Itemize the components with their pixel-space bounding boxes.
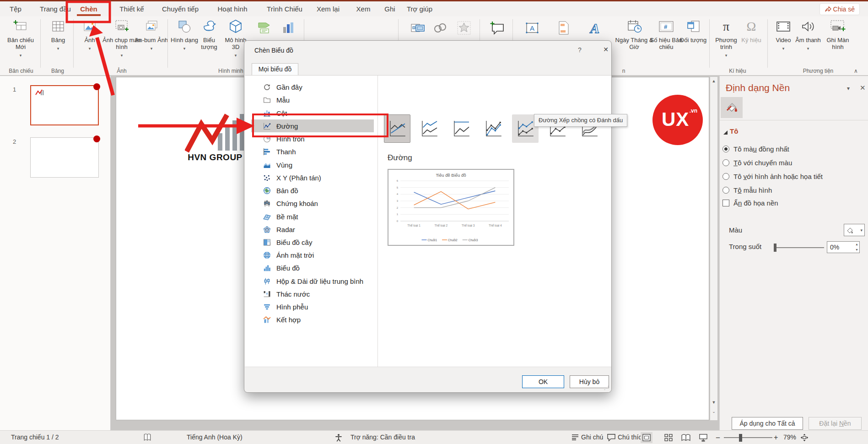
category-area[interactable]: Vùng xyxy=(251,158,374,171)
tab-record[interactable]: Ghi xyxy=(382,1,398,16)
gradient-fill-radio[interactable] xyxy=(722,159,729,166)
screen-recording-button[interactable]: Ghi Màn hình xyxy=(821,18,855,50)
tab-view[interactable]: Xem xyxy=(353,1,373,16)
audio-button[interactable]: Âm thanh▾ xyxy=(793,18,823,52)
category-surface[interactable]: Bề mặt xyxy=(251,210,374,223)
language-status[interactable]: Tiếng Anh (Hoa Kỳ) xyxy=(187,433,243,441)
subtype-line[interactable] xyxy=(384,114,410,143)
category-line[interactable]: Đường xyxy=(251,119,374,132)
category-sunburst[interactable]: Ánh mặt trời xyxy=(251,249,374,261)
header-footer-button[interactable] xyxy=(556,20,571,36)
tab-help[interactable]: Trợ giúp xyxy=(405,1,434,16)
gradient-fill-label[interactable]: Tô với chuyển màu xyxy=(733,159,792,167)
zoom-in-button[interactable]: + xyxy=(774,433,778,442)
link-button[interactable] xyxy=(432,20,448,36)
zoom-slider-thumb[interactable] xyxy=(739,434,742,442)
slide-thumbnail-1[interactable] xyxy=(30,85,99,125)
zoom-slider-track[interactable] xyxy=(724,437,772,438)
picture-fill-radio[interactable] xyxy=(722,173,729,180)
spinner-down-icon[interactable]: ▼ xyxy=(855,247,858,253)
notes-button[interactable]: Ghi chú xyxy=(581,433,603,441)
section-collapse-icon[interactable] xyxy=(723,130,728,135)
slide-sorter-view-button[interactable] xyxy=(663,432,674,443)
chart-button[interactable] xyxy=(280,20,296,36)
zoom-percentage[interactable]: 79% xyxy=(783,433,796,441)
category-scatter[interactable]: X Y (Phân tán) xyxy=(251,171,374,184)
subtype-line-markers[interactable] xyxy=(480,114,507,143)
share-button[interactable]: Chia sẻ xyxy=(819,3,860,15)
accessibility-status[interactable]: Trợ năng: Cần điều tra xyxy=(350,433,415,441)
shapes-button[interactable]: Hình dạng▾ xyxy=(170,18,199,52)
cancel-button[interactable]: Hủy bỏ xyxy=(570,375,609,388)
apply-to-all-button[interactable]: Áp dụng cho Tất cả xyxy=(732,417,803,430)
table-button[interactable]: Bảng▾ xyxy=(44,18,72,52)
chart-preview-card[interactable]: Tiêu đề Biểu đồ0123456Thể loại 1Thể loại… xyxy=(388,169,514,246)
video-button[interactable]: Video▾ xyxy=(771,18,796,52)
ok-button[interactable]: OK xyxy=(522,375,564,388)
solid-fill-radio[interactable] xyxy=(722,146,729,152)
dialog-close-button[interactable]: ✕ xyxy=(601,44,611,54)
slide-thumbnail-2[interactable] xyxy=(30,137,99,178)
canvas-scrollbar[interactable]: ▲ ▼ ⌄ xyxy=(710,77,717,420)
slideshow-view-button[interactable] xyxy=(697,432,709,443)
object-button[interactable]: Đối tượng xyxy=(679,18,707,43)
fit-to-window-icon[interactable] xyxy=(800,433,809,442)
accessibility-icon[interactable] xyxy=(334,433,343,442)
category-pie[interactable]: Hình tròn xyxy=(251,132,374,145)
category-bar[interactable]: Thanh xyxy=(251,145,374,158)
all-charts-tab[interactable]: Mọi biểu đồ xyxy=(252,63,298,75)
transparency-slider-thumb[interactable] xyxy=(774,244,776,252)
category-templates[interactable]: Mẫu xyxy=(251,93,374,106)
equation-button[interactable]: π Phương trình▾ xyxy=(710,18,742,59)
transparency-value-field[interactable]: 0% ▲ ▼ xyxy=(827,241,860,253)
category-combo[interactable]: Kết hợp xyxy=(251,313,374,326)
category-stock[interactable]: Chứng khoán xyxy=(251,197,374,210)
tab-design[interactable]: Thiết kế xyxy=(113,1,151,16)
pattern-fill-radio[interactable] xyxy=(722,187,729,194)
spell-check-icon[interactable] xyxy=(143,433,152,442)
reset-background-button[interactable]: Đặt lại Nền xyxy=(809,417,862,430)
action-button[interactable] xyxy=(456,20,472,36)
tab-home[interactable]: Trang đầu xyxy=(36,1,75,16)
scroll-down-icon[interactable]: ▼ xyxy=(711,400,717,405)
zoom-feature-button[interactable] xyxy=(410,20,426,36)
tab-transitions[interactable]: Chuyển tiếp xyxy=(159,1,201,16)
wordart-button[interactable]: A xyxy=(588,20,604,36)
zoom-out-button[interactable]: − xyxy=(716,433,720,443)
tab-review[interactable]: Xem lại xyxy=(314,1,342,16)
panel-chevron-icon[interactable]: ▾ xyxy=(847,85,850,92)
pattern-fill-label[interactable]: Tô mẫu hình xyxy=(733,186,772,194)
transparency-slider-track[interactable] xyxy=(774,247,824,248)
spinner-up-icon[interactable]: ▲ xyxy=(855,242,858,247)
solid-fill-label[interactable]: Tô màu đồng nhất xyxy=(733,145,789,153)
category-treemap[interactable]: Biểu đồ cây xyxy=(251,236,374,249)
icons-button[interactable]: Biểu tượng xyxy=(196,18,222,50)
category-waterfall[interactable]: Thác nước xyxy=(251,287,374,300)
category-funnel[interactable]: Hình phễu xyxy=(251,300,374,313)
picture-button[interactable]: Ảnh▾ xyxy=(76,18,103,52)
symbol-button[interactable]: Ω Ký hiệu xyxy=(739,18,764,43)
picture-fill-label[interactable]: Tô với hình ảnh hoặc họa tiết xyxy=(733,173,823,180)
text-box-button[interactable]: A xyxy=(524,20,540,36)
hide-background-checkbox[interactable] xyxy=(722,200,729,206)
dialog-help-button[interactable]: ? xyxy=(575,45,584,54)
normal-view-button[interactable] xyxy=(641,432,652,443)
category-map[interactable]: Bản đồ xyxy=(251,184,374,197)
category-recent[interactable]: Gần đây xyxy=(251,81,374,93)
tab-slideshow[interactable]: Trình Chiếu xyxy=(263,1,307,16)
smartart-button[interactable] xyxy=(256,20,272,36)
comment-button[interactable] xyxy=(489,20,505,36)
tab-animations[interactable]: Hoạt hình xyxy=(211,1,253,16)
tab-file[interactable]: Tệp xyxy=(6,1,25,16)
resize-grip[interactable]: ⋰ xyxy=(604,385,610,391)
color-picker-button[interactable]: ▾ xyxy=(844,224,865,236)
subtype-stacked-line[interactable] xyxy=(416,114,442,143)
scroll-up-icon[interactable]: ▲ xyxy=(711,79,717,83)
new-slide-button[interactable]: Bản chiếu Mới▾ xyxy=(5,18,37,59)
collapse-ribbon-icon[interactable]: ∧ xyxy=(854,68,858,74)
photo-album-button[interactable]: An-bum Ảnh▾ xyxy=(135,18,168,52)
slide-counter[interactable]: Trang chiếu 1 / 2 xyxy=(11,433,59,441)
subtype-100-stacked-line[interactable] xyxy=(448,114,474,143)
next-slide-icon[interactable]: ⌄ xyxy=(711,409,717,414)
reading-view-button[interactable] xyxy=(680,432,692,443)
